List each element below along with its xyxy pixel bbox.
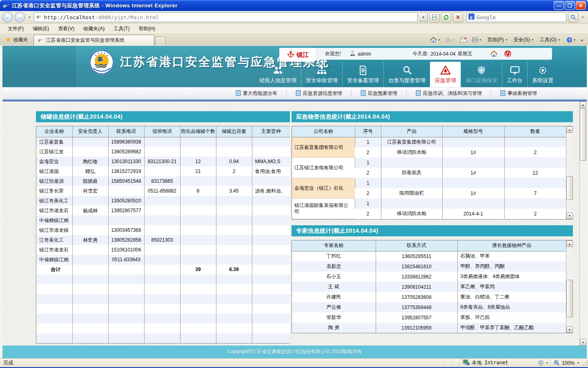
help-button[interactable]: ? ▼	[564, 36, 578, 44]
scrollbar-thumb[interactable]	[580, 108, 586, 161]
table-cell	[72, 215, 108, 225]
resize-grip[interactable]	[582, 359, 588, 367]
column-header: 储罐总容量	[216, 126, 252, 137]
table-cell	[252, 147, 290, 157]
city-tab[interactable]: 镇江	[279, 48, 316, 62]
history-dropdown-icon[interactable]: ▼	[27, 16, 32, 19]
table-cell	[108, 265, 144, 274]
scroll-down-icon[interactable]: ▼	[566, 326, 573, 333]
column-header: 企业名称	[36, 126, 72, 137]
close-button[interactable]: ✕	[576, 1, 586, 10]
address-bar[interactable]: e http://localhost:8080/yjpt/Main.html	[34, 12, 418, 22]
search-dropdown-icon[interactable]: ▼	[580, 16, 586, 19]
nav-item-label: 自查与督查管理	[388, 77, 425, 84]
table-cell	[216, 176, 252, 186]
nav-item-search[interactable]: 自查与督查管理	[383, 62, 430, 87]
table-cell: 1	[355, 198, 381, 209]
nav-item-alert[interactable]: 应急管理	[430, 62, 461, 87]
compatibility-view-button[interactable]	[429, 12, 439, 22]
svg-text:e: e	[3, 2, 6, 9]
table-cell	[144, 147, 180, 157]
stop-button[interactable]: ✕	[453, 12, 463, 22]
table-cell	[144, 215, 180, 225]
supplies-scrollbar[interactable]: ▲ ▼	[566, 126, 573, 219]
chevron-down-icon: ▼	[558, 38, 561, 41]
smartscreen-button[interactable]: ▼	[535, 359, 551, 367]
search-input[interactable]	[477, 14, 554, 20]
command-item[interactable]: 工具(O)▼	[537, 36, 564, 44]
feeds-button[interactable]: ▼	[443, 36, 457, 44]
table-cell	[381, 178, 442, 188]
menubar-item[interactable]: 收藏夹(A)	[79, 24, 109, 34]
scroll-down-icon[interactable]: ▼	[566, 213, 573, 219]
nav-item-org[interactable]: 安全审批管理	[301, 62, 342, 87]
table-cell: 2	[504, 147, 566, 157]
table-cell	[252, 255, 290, 265]
print-button[interactable]: ▼	[470, 36, 484, 44]
back-button[interactable]: ←	[2, 12, 13, 22]
submenu-item[interactable]: 事故案例管理	[491, 90, 546, 97]
new-tab-stub[interactable]	[155, 36, 166, 45]
refresh-button[interactable]	[441, 12, 451, 22]
table-cell	[442, 198, 504, 209]
logout-power-icon[interactable]	[504, 48, 512, 60]
favicon-ie-icon: e	[36, 13, 42, 21]
search-box[interactable]: g	[466, 12, 566, 22]
table-cell	[144, 137, 180, 147]
forward-button[interactable]: →	[15, 12, 25, 22]
restore-button[interactable]: ❐	[565, 1, 575, 10]
mail-button[interactable]	[458, 36, 469, 43]
home-shortcut-icon[interactable]	[490, 48, 498, 60]
home-button[interactable]: ▼	[428, 36, 443, 44]
table-cell: 江苏索普集	[36, 137, 72, 147]
table-cell	[180, 225, 216, 235]
nav-item-doc[interactable]: 安全备案管理	[342, 62, 383, 87]
table-cell: 3类易燃液体、4类易燃固体	[457, 272, 566, 282]
search-go-button[interactable]	[568, 12, 578, 22]
command-item[interactable]: 安全(S)▼	[511, 36, 537, 44]
menubar-item[interactable]: 帮助(H)	[134, 24, 160, 34]
command-item[interactable]: 页面(P)▼	[485, 36, 511, 44]
table-cell	[252, 206, 290, 215]
scrollbar-thumb[interactable]	[566, 176, 573, 200]
overflow-chevron-icon[interactable]: »	[579, 38, 585, 43]
scroll-down-icon[interactable]: ▼	[580, 339, 586, 346]
status-bar: 完成 本地 Intranet ▼ 100% ▼	[0, 358, 588, 367]
menubar-item[interactable]: 工具(T)	[109, 24, 134, 34]
address-dropdown-button[interactable]: ▼	[419, 12, 428, 22]
submenu-item[interactable]: 重大危险源分布	[227, 90, 286, 97]
active-tab[interactable]: e 江苏省港口安全监管与应急管理系统	[33, 35, 154, 45]
table-cell: 1#	[442, 188, 504, 198]
submenu-item[interactable]: 应急资源信息管理	[286, 90, 351, 97]
submenu-item[interactable]: 应急预案管理	[351, 90, 406, 97]
menubar-item[interactable]: 查看(V)	[53, 24, 79, 34]
status-text: 完成	[0, 359, 445, 366]
table-cell: 13505280520	[108, 196, 144, 206]
table-cell: 0511-856882	[144, 186, 180, 196]
table-row: 袁新忠13815481610甲醇、异丙醇、丙酮	[292, 261, 566, 272]
nav-item-shield[interactable]: 港口设施保安	[461, 62, 502, 87]
scroll-up-icon[interactable]: ▲	[566, 126, 573, 133]
star-icon: ★	[6, 36, 11, 43]
nav-item-monitor[interactable]: 工作台	[502, 62, 527, 87]
experts-scrollbar[interactable]: ▲ ▼	[566, 240, 573, 333]
window-title: 江苏省港口安全监管与应急管理系统 - Windows Internet Expl…	[12, 2, 178, 9]
page-scrollbar[interactable]: ▲ ▼	[579, 101, 586, 346]
table-cell: 13605285511	[376, 251, 457, 261]
scrollbar-thumb[interactable]	[566, 280, 573, 317]
table-row: 金海宏业陶红暾1301301133083121300-21120.94MMA,M…	[36, 157, 290, 166]
nav-item-users[interactable]: 经营人信息管理	[255, 62, 301, 87]
table-cell: 13775359448	[376, 302, 457, 312]
nav-item-gear[interactable]: 系统设置	[527, 62, 558, 87]
table-row	[36, 284, 290, 294]
zoom-control[interactable]: 100% ▼	[551, 359, 582, 367]
minimize-button[interactable]: —	[554, 1, 564, 10]
submenu-item[interactable]: 应急培训、演练和演习管理	[406, 90, 491, 97]
menubar-item[interactable]: 编辑(E)	[28, 24, 53, 34]
scroll-up-icon[interactable]: ▲	[566, 240, 573, 247]
menubar-item[interactable]: 文件(F)	[3, 24, 28, 34]
favorites-button[interactable]: ★ 收藏夹	[2, 35, 31, 45]
table-row: 石小玉133388128623类易燃液体、4类易燃固体	[292, 272, 566, 282]
table-cell: 丁邦红	[292, 251, 376, 261]
scroll-up-icon[interactable]: ▲	[580, 101, 586, 108]
